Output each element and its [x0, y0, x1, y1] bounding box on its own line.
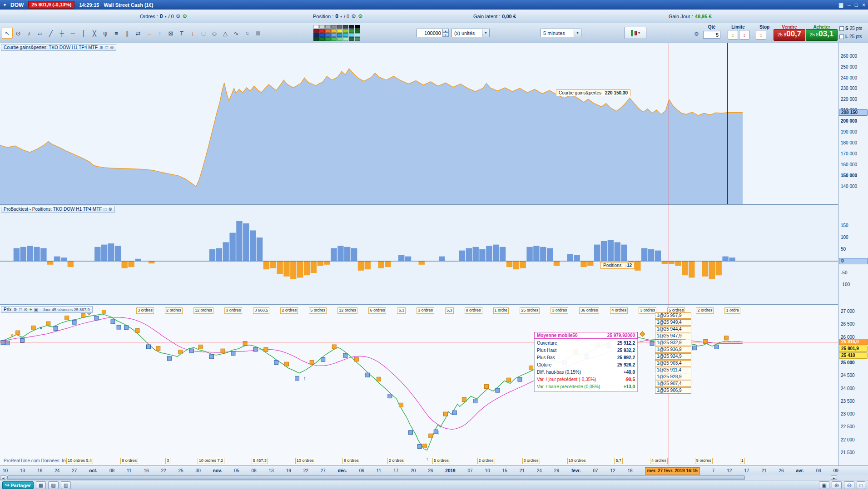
sell-order-marker[interactable] — [399, 403, 403, 407]
price-axis[interactable]: 260 000250 000240 000230 000220 000210 0… — [838, 43, 868, 465]
popout-window-icon[interactable]: □ — [104, 207, 106, 212]
sell-order-marker[interactable] — [31, 326, 35, 330]
sell-order-marker[interactable] — [704, 339, 708, 343]
buy-order-marker[interactable] — [54, 327, 58, 331]
channel-tool-icon[interactable]: ∥ — [122, 28, 133, 39]
palette-color-swatch[interactable] — [325, 29, 331, 33]
scrollbar-thumb[interactable] — [7, 475, 745, 480]
sell-order-marker[interactable] — [65, 316, 69, 320]
scroll-left-icon[interactable]: ◀ — [0, 475, 6, 480]
quantity-increment-icon[interactable]: ▴ — [443, 29, 449, 33]
buy-button[interactable]: 25 803,1 — [806, 29, 838, 41]
buy-order-marker[interactable] — [714, 345, 719, 349]
orders-list-icon[interactable]: ⚙ — [176, 13, 181, 20]
palette-color-swatch[interactable] — [337, 33, 342, 37]
position-settings-icon[interactable]: ⚙ — [358, 13, 363, 20]
close-panel-icon[interactable]: ⊗ — [24, 307, 27, 312]
buy-order-marker[interactable] — [124, 326, 128, 330]
workspace-grid-button[interactable]: ▦ — [36, 481, 46, 489]
stop-checkbox[interactable] — [839, 26, 844, 31]
sell-button[interactable]: 25 800,7 — [774, 29, 805, 41]
buy-order-marker[interactable] — [147, 345, 151, 349]
extended-line-tool-icon[interactable]: ╳ — [89, 28, 100, 39]
wrench-icon[interactable]: ⚙ — [99, 45, 104, 50]
buy-order-marker[interactable] — [111, 320, 115, 324]
wrench-icon[interactable]: ⚙ — [13, 307, 17, 312]
horizontal-line-tool-icon[interactable]: ─ — [67, 28, 78, 39]
buy-order-marker[interactable] — [167, 356, 171, 361]
sell-order-marker[interactable] — [423, 444, 427, 448]
close-panel-icon[interactable]: ⊗ — [110, 45, 114, 50]
buy-order-marker[interactable] — [496, 388, 500, 392]
quantity-decrement-icon[interactable]: ▾ — [443, 33, 449, 37]
screenshot-icon[interactable]: ▣ — [34, 307, 38, 312]
wave-tool-icon[interactable]: ∿ — [231, 28, 242, 39]
pattern-tool-icon[interactable]: ≈ — [242, 28, 253, 39]
popout-window-icon[interactable]: □ — [105, 45, 108, 50]
buy-order-marker[interactable] — [231, 351, 235, 355]
palette-color-swatch[interactable] — [319, 29, 325, 33]
palette-color-swatch[interactable] — [313, 33, 319, 37]
order-qty-input[interactable] — [703, 31, 720, 39]
scroll-right-icon[interactable]: ▶ — [831, 475, 837, 480]
palette-color-swatch[interactable] — [355, 33, 360, 37]
order-settings-wrench-icon[interactable]: ⚙ — [694, 31, 699, 37]
buy-order-marker[interactable] — [253, 347, 258, 351]
instrument-name[interactable]: DOW — [10, 2, 24, 8]
sell-order-marker[interactable] — [377, 377, 381, 381]
orders-chevron-down-icon[interactable]: ▾ — [164, 15, 166, 19]
sell-order-marker[interactable] — [529, 366, 533, 370]
buy-arrow-tool-icon[interactable]: ↑ — [154, 28, 165, 39]
palette-color-swatch[interactable] — [355, 29, 360, 33]
buy-order-marker[interactable] — [117, 325, 121, 329]
buy-order-marker[interactable] — [209, 355, 213, 359]
buy-order-marker[interactable] — [452, 411, 456, 415]
orders-settings-icon[interactable]: ⚙ — [182, 13, 187, 20]
close-button[interactable]: × — [862, 2, 865, 8]
palette-color-swatch[interactable] — [331, 37, 337, 41]
palette-color-swatch[interactable] — [349, 33, 354, 37]
palette-color-swatch[interactable] — [355, 25, 360, 29]
buy-order-marker[interactable] — [417, 444, 422, 448]
palette-color-swatch[interactable] — [337, 25, 342, 29]
sell-order-marker[interactable] — [332, 345, 336, 349]
buy-order-marker[interactable] — [692, 346, 696, 350]
trade-arrow-marker[interactable]: ↑ — [303, 375, 306, 381]
sell-order-marker[interactable] — [16, 331, 20, 335]
trade-arrow-marker[interactable]: ↑ — [437, 430, 440, 436]
buy-order-marker[interactable] — [94, 316, 99, 320]
pending-order-marker[interactable] — [640, 332, 645, 337]
limit-checkbox[interactable] — [839, 35, 844, 39]
palette-color-swatch[interactable] — [337, 37, 342, 41]
palette-color-swatch[interactable] — [325, 37, 331, 41]
sell-arrow-tool-icon[interactable]: ↓ — [187, 28, 198, 39]
cancelled-order-marker[interactable]: × — [10, 332, 13, 338]
palette-color-swatch[interactable] — [325, 25, 331, 29]
panel-divider[interactable] — [0, 204, 838, 205]
zoom-tool-icon[interactable]: ⊙ — [13, 28, 24, 39]
zoom-in-button[interactable]: ⊕ — [832, 481, 842, 489]
panel-divider[interactable] — [0, 304, 838, 305]
palette-color-swatch[interactable] — [349, 37, 354, 41]
positions-histogram-panel[interactable] — [0, 205, 838, 304]
text-tool-icon[interactable]: T — [176, 28, 187, 39]
palette-color-swatch[interactable] — [343, 33, 348, 37]
equity-curve-panel[interactable] — [0, 43, 838, 204]
sell-order-marker[interactable] — [506, 378, 511, 382]
buy-order-marker[interactable] — [388, 394, 392, 398]
buy-order-marker[interactable] — [366, 373, 370, 377]
sell-order-marker[interactable] — [429, 434, 433, 438]
popout-window-icon[interactable]: □ — [19, 307, 22, 312]
horizontal-scrollbar[interactable]: ◀ ▶ — [0, 475, 868, 480]
polygon-tool-icon[interactable]: ◇ — [209, 28, 220, 39]
sell-order-marker[interactable] — [135, 328, 139, 332]
buy-order-marker[interactable] — [72, 320, 76, 324]
sell-order-marker[interactable] — [462, 397, 466, 401]
screenshot-button[interactable]: ▣ — [819, 481, 829, 489]
eraser-tool-icon[interactable]: ▱ — [35, 28, 45, 39]
quantity-input[interactable] — [417, 29, 443, 37]
stop-order-button[interactable]: ↕ — [756, 30, 766, 40]
bars-tool-icon[interactable]: Ⅲ — [253, 28, 263, 39]
buy-order-marker[interactable] — [1, 341, 5, 345]
forward-arrow-tool-icon[interactable]: → — [144, 28, 154, 39]
